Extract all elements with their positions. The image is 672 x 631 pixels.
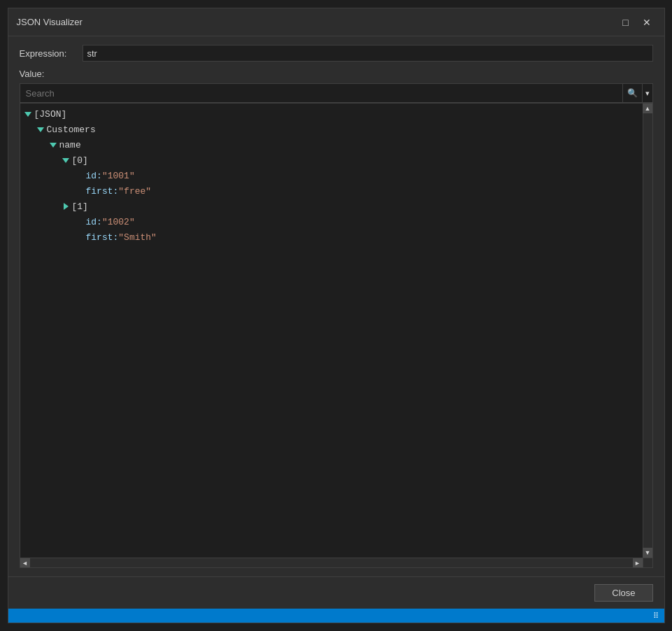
first-key-smith: first:: [86, 232, 119, 243]
dialog-content: Expression: Value: 🔍 ▾: [8, 36, 664, 576]
scroll-left-button[interactable]: ◄: [20, 558, 30, 568]
tree-node-first-smith: first: "Smith": [20, 229, 652, 245]
tree-content: [JSON] Customers name: [20, 104, 652, 248]
first-value-smith: "Smith": [118, 232, 157, 243]
value-label: Value:: [20, 69, 653, 79]
search-container: 🔍 ▾: [20, 83, 653, 103]
tree-node-name[interactable]: name: [20, 137, 652, 153]
1-arrow[interactable]: [61, 201, 71, 211]
scroll-down-button[interactable]: ▼: [643, 548, 652, 558]
json-label: [JSON]: [34, 109, 67, 120]
scrollbar-h[interactable]: ◄ ►: [20, 558, 643, 567]
customers-label: Customers: [47, 125, 96, 135]
first-value-free: "free": [118, 186, 151, 197]
tree-node-json[interactable]: [JSON]: [20, 106, 652, 122]
dialog-footer: Close: [8, 576, 664, 609]
tree-node-first-free: first: "free": [20, 183, 652, 199]
json-arrow[interactable]: [23, 109, 33, 119]
0-label: [0]: [72, 155, 88, 166]
search-button[interactable]: 🔍: [622, 84, 642, 102]
json-visualizer-dialog: JSON Visualizer □ ✕ Expression: Value: 🔍…: [8, 8, 665, 623]
expression-row: Expression:: [20, 45, 653, 62]
tree-node-0[interactable]: [0]: [20, 153, 652, 168]
search-icon: 🔍: [627, 88, 638, 98]
scroll-corner: [643, 558, 652, 567]
id-value-1001: "1001": [102, 171, 135, 181]
expression-input[interactable]: [83, 45, 653, 62]
close-button[interactable]: Close: [594, 584, 652, 602]
status-icon: ⠿: [653, 611, 659, 621]
name-label: name: [59, 140, 81, 150]
title-bar: JSON Visualizer □ ✕: [8, 8, 664, 36]
tree-scroll-area[interactable]: [JSON] Customers name: [20, 104, 652, 567]
first-key-free: first:: [86, 186, 119, 197]
name-arrow[interactable]: [48, 140, 58, 150]
tree-node-id-1001: id: "1001": [20, 168, 652, 183]
customers-arrow[interactable]: [36, 125, 45, 134]
tree-node-id-1002: id: "1002": [20, 214, 652, 229]
close-title-button[interactable]: ✕: [638, 13, 656, 31]
title-bar-controls: □ ✕: [617, 13, 656, 31]
id-key-1001: id:: [86, 171, 102, 181]
status-bar: ⠿: [8, 609, 664, 623]
1-label: [1]: [72, 201, 88, 212]
tree-node-customers[interactable]: Customers: [20, 122, 652, 137]
expression-label: Expression:: [20, 48, 83, 59]
id-value-1002: "1002": [102, 217, 135, 227]
tree-node-1[interactable]: [1]: [20, 199, 652, 214]
dropdown-icon: ▾: [645, 89, 650, 98]
0-arrow[interactable]: [61, 155, 71, 165]
search-dropdown-button[interactable]: ▾: [642, 84, 652, 102]
dialog-title: JSON Visualizer: [17, 17, 83, 27]
id-key-1002: id:: [86, 217, 102, 227]
scroll-up-button[interactable]: ▲: [643, 104, 652, 113]
scrollbar-v[interactable]: ▲ ▼: [643, 104, 652, 558]
scroll-right-button[interactable]: ►: [633, 558, 643, 568]
tree-container[interactable]: [JSON] Customers name: [20, 103, 653, 568]
search-input[interactable]: [20, 85, 622, 101]
maximize-button[interactable]: □: [617, 13, 635, 31]
